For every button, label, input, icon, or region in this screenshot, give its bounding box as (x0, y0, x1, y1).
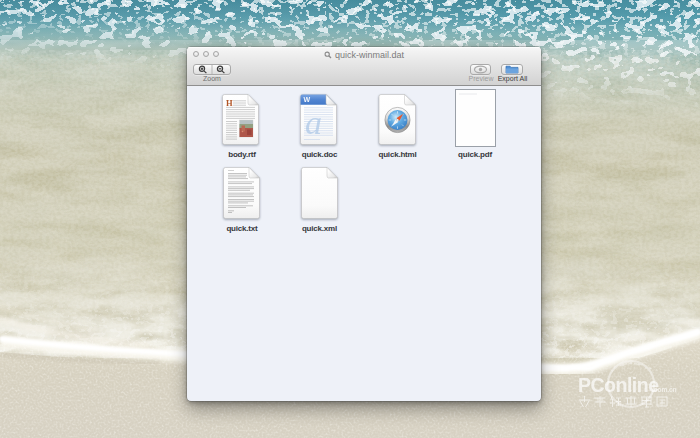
svg-text:a: a (305, 104, 322, 141)
svg-text:.com.cn: .com.cn (652, 386, 677, 393)
svg-text:H: H (226, 98, 233, 108)
svg-text:W: W (304, 96, 311, 103)
svg-text:PConline: PConline (578, 374, 659, 396)
